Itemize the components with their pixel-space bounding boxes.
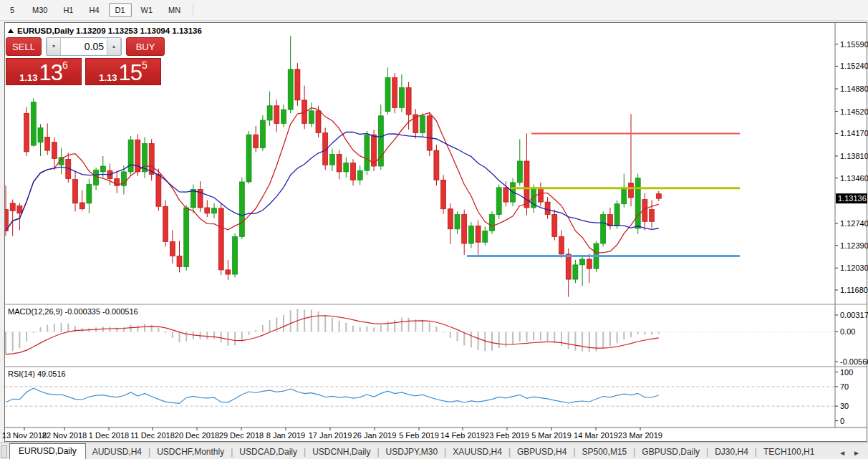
date-label: 20 Dec 2018 (175, 431, 219, 440)
rsi-indicator-label: RSI(14) 49.0516 (8, 369, 66, 378)
buy-price-big: 15 (119, 62, 142, 83)
chart-tab-USDCHF-Monthly[interactable]: USDCHF,Monthly (150, 445, 231, 459)
chart-ohlc-values: 1.13209 1.13253 1.13094 1.13136 (76, 26, 202, 35)
sell-price-box[interactable]: 1.13 13 6 (6, 58, 82, 85)
chart-tab-XAUUSD-H4[interactable]: XAUUSD,H4 (446, 445, 508, 459)
timeframe-button-MN[interactable]: MN (162, 3, 187, 17)
date-label: 26 Jan 2019 (353, 431, 397, 440)
chart-tab-USDJPY-M30[interactable]: USDJPY,M30 (380, 445, 444, 459)
date-label: 22 Nov 2018 (42, 431, 87, 440)
macd-tick-label: 0.00 (840, 327, 855, 336)
chart-tab-DJ30-H4[interactable]: DJ30,H4 (708, 445, 755, 459)
chart-tab-bar: EURUSD,DailyAUDUSD,H4|USDCHF,Monthly|USD… (0, 443, 868, 459)
date-label: 1 Dec 2018 (89, 431, 129, 440)
chart-tab-GBPUSD-Daily[interactable]: GBPUSD,Daily (635, 445, 706, 459)
date-label: 17 Jan 2019 (309, 431, 352, 440)
volume-increase-icon[interactable]: ▴ (107, 38, 121, 55)
chart-window-frame (5, 23, 867, 442)
chart-tab-USDCNH-Daily[interactable]: USDCNH,Daily (306, 445, 377, 459)
toolbar-separator (193, 4, 193, 16)
price-tick-label: 1.12740 (840, 219, 868, 228)
timeframe-button-H4[interactable]: H4 (82, 3, 105, 17)
trading-platform-window: 5M30H1H4D1W1MN 1.155901.152401.148801.14… (0, 0, 868, 459)
tab-scroll-stub[interactable] (1, 445, 7, 458)
current-price-tag-label: 1.13136 (838, 194, 867, 203)
date-label: 14 Mar 2019 (574, 431, 618, 440)
rsi-tick-label: 30 (840, 402, 849, 410)
sell-button[interactable]: SELL (6, 37, 42, 56)
tabs-holder: EURUSD,DailyAUDUSD,H4|USDCHF,Monthly|USD… (9, 443, 821, 459)
macd-tick-label: 0.003177 (840, 311, 868, 319)
price-tick-label: 1.14520 (840, 107, 868, 116)
tab-scroll-right-icon[interactable]: ► (849, 449, 864, 457)
volume-input[interactable] (61, 38, 107, 55)
date-label: 29 Dec 2018 (219, 431, 264, 440)
date-label: 23 Feb 2019 (485, 431, 529, 440)
price-tick-label: 1.13460 (840, 174, 868, 183)
one-click-trade-panel: SELL ▾ ▴ BUY 1.13 13 6 1.13 15 5 (6, 37, 165, 85)
date-label: 23 Mar 2019 (618, 431, 662, 440)
price-tick-label: 1.14880 (840, 84, 868, 93)
timeframe-button-H1[interactable]: H1 (57, 3, 79, 17)
volume-stepper: ▾ ▴ (46, 37, 122, 56)
price-tick-label: 1.12030 (840, 264, 868, 272)
date-label: 5 Feb 2019 (399, 431, 439, 440)
buy-price-pip: 5 (142, 61, 148, 69)
sell-price-big: 13 (39, 62, 62, 83)
buy-button[interactable]: BUY (126, 37, 165, 56)
date-label: 8 Jan 2019 (266, 431, 305, 440)
timeframe-button-5[interactable]: 5 (1, 3, 23, 17)
chart-title: EURUSD,Daily (17, 26, 74, 35)
macd-indicator-label: MACD(12,26,9) -0.000335 -0.000516 (8, 307, 138, 316)
date-label: 14 Feb 2019 (440, 431, 485, 440)
price-tick-label: 1.13810 (840, 152, 868, 160)
timeframe-button-W1[interactable]: W1 (135, 3, 160, 17)
price-tick-label: 1.15240 (840, 62, 868, 70)
sell-price-small: 1.13 (19, 72, 37, 83)
tab-scroll-left-icon[interactable]: ◄ (835, 449, 849, 457)
chart-tab-SP500-M15[interactable]: SP500,M15 (576, 445, 634, 459)
price-tick-label: 1.12390 (840, 241, 868, 250)
price-tick-label: 1.14170 (840, 129, 868, 137)
price-tick-label: 1.11680 (840, 286, 868, 294)
rsi-tick-label: 100 (840, 368, 853, 377)
sell-price-pip: 6 (62, 61, 68, 69)
chart-tab-EURUSD-Daily[interactable]: EURUSD,Daily (9, 443, 86, 459)
chart-tab-GBPUSD-H4[interactable]: GBPUSD,H4 (511, 445, 573, 459)
chart-tab-AUDUSD-H4[interactable]: AUDUSD,H4 (86, 445, 148, 459)
timeframe-button-D1[interactable]: D1 (109, 3, 132, 17)
price-tick-label: 1.15590 (840, 40, 868, 49)
date-label: 5 Mar 2019 (531, 431, 572, 440)
timeframe-button-M30[interactable]: M30 (26, 3, 54, 17)
date-label: 11 Dec 2018 (130, 431, 175, 440)
volume-decrease-icon[interactable]: ▾ (47, 38, 61, 55)
buy-price-small: 1.13 (99, 72, 117, 83)
tab-arrows: ◄ ► (835, 449, 868, 459)
timeframe-toolbar: 5M30H1H4D1W1MN (0, 0, 868, 21)
date-label: 13 Nov 2018 (2, 431, 47, 440)
chart-tab-USDCAD-Daily[interactable]: USDCAD,Daily (233, 445, 304, 459)
macd-tick-label: -0.005667 (840, 357, 868, 366)
chart-tab-TECH100-H1[interactable]: TECH100,H1 (757, 445, 821, 459)
buy-price-box[interactable]: 1.13 15 5 (85, 58, 161, 85)
rsi-tick-label: 0 (840, 417, 844, 425)
rsi-tick-label: 70 (840, 382, 849, 391)
